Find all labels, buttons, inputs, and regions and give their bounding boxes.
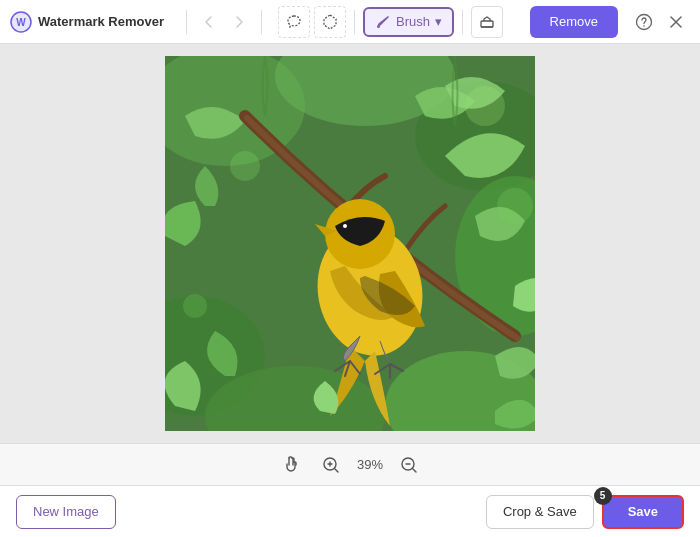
forward-button[interactable] xyxy=(225,8,253,36)
svg-point-22 xyxy=(183,294,207,318)
polygon-tool-button[interactable] xyxy=(314,6,346,38)
app-logo: W Watermark Remover xyxy=(10,11,164,33)
save-button[interactable]: Save xyxy=(602,495,684,529)
crop-save-button[interactable]: Crop & Save xyxy=(486,495,594,529)
main-canvas-area xyxy=(0,44,700,443)
zoom-level: 39% xyxy=(357,457,383,472)
status-bar: 39% xyxy=(0,443,700,485)
svg-text:W: W xyxy=(16,17,26,28)
pan-tool-button[interactable] xyxy=(277,451,305,479)
toolbar-divider-3 xyxy=(354,10,355,34)
back-button[interactable] xyxy=(195,8,223,36)
svg-point-21 xyxy=(465,86,505,126)
svg-point-3 xyxy=(377,25,380,28)
footer: New Image Crop & Save 5 Save xyxy=(0,485,700,537)
toolbar-divider-1 xyxy=(186,10,187,34)
window-controls xyxy=(630,8,690,36)
new-image-button[interactable]: New Image xyxy=(16,495,116,529)
brush-tool-button[interactable]: Brush ▾ xyxy=(363,7,454,37)
svg-point-23 xyxy=(497,188,533,224)
nav-controls xyxy=(195,8,253,36)
svg-point-18 xyxy=(341,222,353,234)
remove-button[interactable]: Remove xyxy=(530,6,618,38)
eraser-tool-button[interactable] xyxy=(471,6,503,38)
toolbar-divider-2 xyxy=(261,10,262,34)
notification-badge: 5 xyxy=(594,487,612,505)
svg-point-19 xyxy=(343,224,347,228)
help-button[interactable] xyxy=(630,8,658,36)
save-wrapper: 5 Save xyxy=(602,495,684,529)
zoom-out-button[interactable] xyxy=(395,451,423,479)
toolbar-divider-4 xyxy=(462,10,463,34)
app-title: Watermark Remover xyxy=(38,14,164,29)
lasso-tool-button[interactable] xyxy=(278,6,310,38)
zoom-in-button[interactable] xyxy=(317,451,345,479)
watermark-logo-icon: W xyxy=(10,11,32,33)
selection-tools xyxy=(278,6,346,38)
bird-image xyxy=(165,56,535,431)
image-canvas xyxy=(165,56,535,431)
brush-dropdown-icon: ▾ xyxy=(435,14,442,29)
svg-rect-4 xyxy=(481,21,493,27)
svg-point-20 xyxy=(230,151,260,181)
toolbar: W Watermark Remover xyxy=(0,0,700,44)
close-button[interactable] xyxy=(662,8,690,36)
brush-label: Brush xyxy=(396,14,430,29)
footer-right: Crop & Save 5 Save xyxy=(486,495,684,529)
svg-point-7 xyxy=(643,25,645,27)
